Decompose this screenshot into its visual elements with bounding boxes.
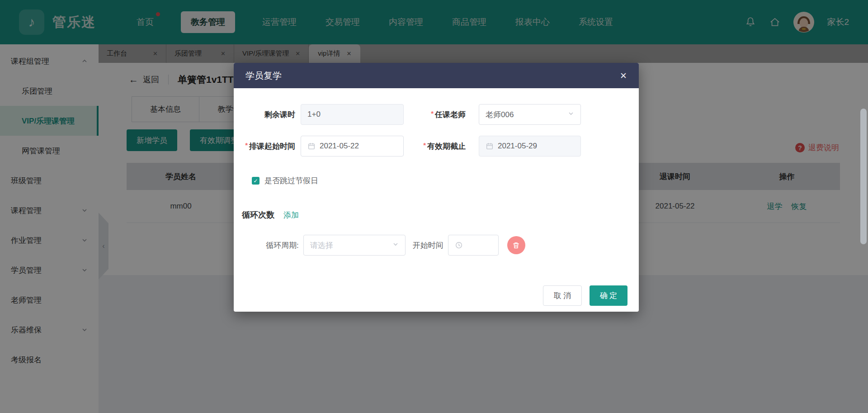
modal-title: 学员复学 (245, 70, 282, 82)
cycle-period-label: 循环周期: (266, 240, 299, 251)
teacher-label: *任课老师 (404, 109, 471, 120)
required-asterisk: * (245, 141, 248, 149)
cycle-section-label: 循环次数 (242, 209, 274, 220)
start-time-label: 开始时间 (413, 240, 443, 251)
trash-icon (512, 242, 520, 249)
remaining-hours-label: 剩余课时 (234, 109, 301, 120)
add-cycle-link[interactable]: 添加 (283, 210, 299, 220)
required-asterisk: * (431, 109, 434, 117)
cycle-period-select[interactable]: 请选择 (303, 235, 406, 256)
form-row-1: 剩余课时 1+0 *任课老师 老师006 (234, 104, 639, 125)
cycle-row: 循环周期: 请选择 开始时间 (234, 235, 639, 256)
skip-holiday-label: 是否跳过节假日 (264, 176, 318, 186)
modal-header: 学员复学 ✕ (234, 63, 639, 88)
modal-footer: 取 消 确 定 (234, 285, 639, 306)
chevron-down-icon (392, 241, 399, 247)
start-time-picker[interactable] (448, 235, 499, 256)
app-root: ♪ 管乐迷 首页 教务管理 运营管理 交易管理 内容管理 商品管理 报表中心 系… (0, 0, 868, 413)
calendar-icon (486, 142, 494, 150)
delete-cycle-button[interactable] (507, 236, 525, 254)
check-icon: ✓ (253, 178, 258, 184)
form-row-2: *排课起始时间 2021-05-22 *有效期截止 2021-05-29 (234, 136, 639, 157)
confirm-button[interactable]: 确 定 (590, 285, 627, 306)
chevron-down-icon (568, 110, 574, 117)
cycle-section: 循环次数 添加 (234, 209, 639, 220)
cancel-button[interactable]: 取 消 (543, 285, 582, 306)
teacher-select[interactable]: 老师006 (479, 104, 581, 125)
required-asterisk: * (423, 141, 426, 149)
start-date-label: *排课起始时间 (234, 141, 301, 152)
start-date-picker[interactable]: 2021-05-22 (301, 136, 404, 157)
remaining-hours-field: 1+0 (301, 104, 404, 125)
clock-icon (455, 241, 463, 249)
modal-close-icon[interactable]: ✕ (620, 71, 627, 81)
end-date-label: *有效期截止 (404, 141, 471, 152)
scrollbar-thumb[interactable] (860, 109, 867, 244)
calendar-icon (307, 142, 316, 150)
skip-holiday-row: ✓ 是否跳过节假日 (234, 176, 639, 186)
resume-study-modal: 学员复学 ✕ 剩余课时 1+0 *任课老师 老师006 *排课起始时间 (234, 63, 639, 312)
skip-holiday-checkbox[interactable]: ✓ (252, 177, 259, 185)
end-date-picker: 2021-05-29 (479, 136, 581, 157)
